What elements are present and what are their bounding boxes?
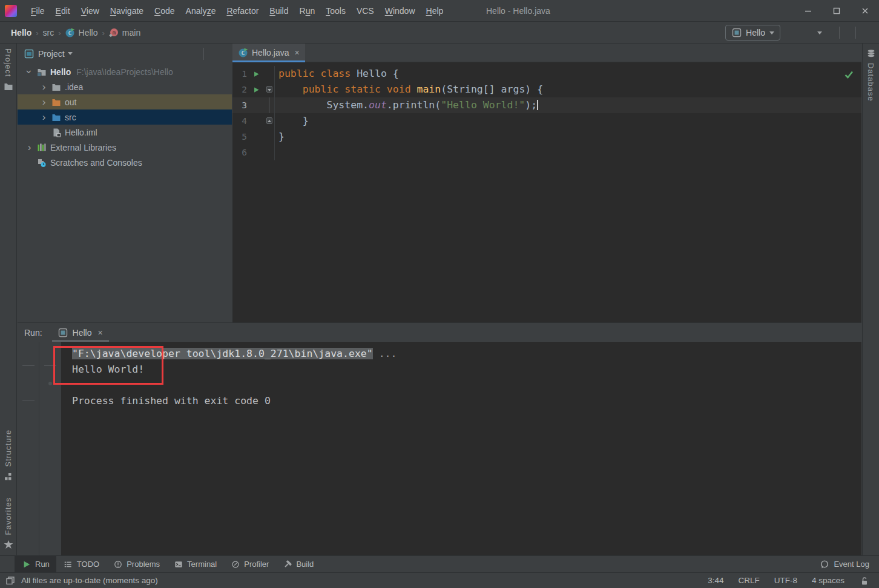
fold-marker-icon[interactable] [266,117,272,124]
printer-button[interactable] [49,392,51,394]
run-config-combo[interactable]: Hello [725,25,780,41]
menu-analyze[interactable]: Analyze [180,0,222,22]
menu-run[interactable]: Run [294,0,321,22]
profiler-button[interactable] [814,30,823,36]
project-dropdown-caret-icon[interactable] [68,52,73,55]
tree-chevron-icon[interactable]: › [37,110,51,124]
tree-chevron-icon[interactable]: › [37,95,51,109]
menu-navigate[interactable]: Navigate [105,0,149,22]
code-text[interactable]: } [278,113,309,129]
console-line[interactable]: "F:\java\developer tool\jdk1.8.0_271\bin… [72,346,861,362]
menu-edit[interactable]: Edit [50,0,76,22]
status-4-spaces[interactable]: 4 spaces [812,576,844,585]
trash-button[interactable] [49,401,51,403]
breadcrumb-hello[interactable]: Hello [11,28,31,38]
debug-button[interactable] [796,31,798,34]
run-tab-close-icon[interactable]: × [97,328,102,338]
rerun-button[interactable] [27,347,30,350]
fold-marker-icon[interactable] [266,86,272,93]
coverage-button[interactable] [805,31,808,34]
search-button[interactable] [872,31,874,34]
minimize-button[interactable] [794,0,822,22]
gear-button[interactable] [212,53,214,55]
tool-window-button-run[interactable]: Run [15,556,56,572]
menu-tools[interactable]: Tools [320,0,351,22]
editor-tab-hello-java[interactable]: C Hello.java × [232,44,305,62]
tree-chevron-icon[interactable]: › [22,140,36,154]
status-utf-8[interactable]: UTF-8 [774,576,797,585]
tool-strip-favorites[interactable]: Favorites [3,497,13,549]
tree-chevron-icon[interactable]: › [22,65,36,79]
hide-button[interactable] [222,53,225,55]
code-line-4[interactable]: 4 } [232,113,861,129]
pin-button[interactable] [27,407,30,410]
code-line-1[interactable]: 1public class Hello { [232,66,861,82]
breadcrumb-main[interactable]: mmain [109,28,140,38]
menu-view[interactable]: View [76,0,105,22]
gear-button[interactable] [839,332,841,334]
menu-help[interactable]: Help [421,0,449,22]
project-structure-button[interactable] [846,31,849,34]
maximize-button[interactable] [822,0,851,22]
layout-button[interactable] [27,391,30,393]
code-text[interactable]: System.out.println("Hello World!"); [278,97,538,113]
tool-window-button-todo[interactable]: TODO [56,556,106,572]
tool-window-button-problems[interactable]: Problems [106,556,166,572]
event-log-button[interactable]: Event Log [819,559,869,569]
tool-strip-database[interactable]: Database [866,48,876,102]
tool-window-button-profiler[interactable]: Profiler [223,556,275,572]
locate-button[interactable] [173,53,175,55]
tree-item-hello-iml[interactable]: Hello.iml [18,125,232,140]
console-line[interactable]: Process finished with exit code 0 [72,393,861,409]
tree-item-scratches-and-consoles[interactable]: Scratches and Consoles [18,155,232,170]
tree-item--idea[interactable]: ›.idea [18,79,232,94]
tool-strip-structure[interactable]: Structure [3,430,13,482]
code-text[interactable]: public static void main(String[] args) { [278,82,543,97]
tree-chevron-icon[interactable]: › [37,80,51,94]
status-window-icon[interactable] [5,575,15,586]
console-line[interactable]: Hello World! [72,362,861,377]
run-anything-button[interactable] [863,31,865,34]
tree-item-src[interactable]: ›src [18,109,232,125]
code-text[interactable]: public class Hello { [278,66,399,82]
code-line-6[interactable]: 6 [232,145,861,160]
tree-item-out[interactable]: ›out [18,94,232,109]
menu-build[interactable]: Build [264,0,294,22]
code-text[interactable]: } [278,129,285,145]
tab-close-icon[interactable]: × [294,48,299,57]
collapse-all-button[interactable] [193,53,196,55]
menu-vcs[interactable]: VCS [351,0,380,22]
scroll-end-button[interactable] [48,382,52,385]
menu-code[interactable]: Code [149,0,180,22]
menu-window[interactable]: Window [380,0,421,22]
hammer-button[interactable] [716,31,719,34]
tool-strip-project[interactable]: Project [3,48,13,91]
tool-window-button-terminal[interactable]: Terminal [166,556,223,572]
code-line-2[interactable]: 2 public static void main(String[] args)… [232,82,861,97]
inspections-ok-icon[interactable] [843,69,854,79]
unlock-icon[interactable] [859,575,869,586]
code-line-5[interactable]: 5} [232,129,861,145]
menu-refactor[interactable]: Refactor [221,0,264,22]
status-3-44[interactable]: 3:44 [708,576,723,585]
tree-item-external-libraries[interactable]: ›External Libraries [18,140,232,155]
code-editor[interactable]: 1public class Hello {2 public static voi… [232,62,861,160]
run-console[interactable]: "F:\java\developer tool\jdk1.8.0_271\bin… [61,342,861,555]
console-line[interactable] [72,377,861,393]
run-line-icon[interactable] [247,82,265,97]
restart-debug-button[interactable] [27,382,30,384]
run-tab-hello[interactable]: Hello × [52,323,109,342]
status-crlf[interactable]: CRLF [738,576,759,585]
hide-button[interactable] [851,332,853,334]
run-line-icon[interactable] [247,66,265,82]
tree-item-hello[interactable]: ›HelloF:\java\IdeaProjects\Hello [18,64,232,79]
wrench-button[interactable] [27,356,30,359]
run-button[interactable] [787,31,789,34]
softwrap-button[interactable] [49,373,51,375]
code-line-3[interactable]: 3 System.out.println("Hello World!"); [232,97,861,113]
down-button[interactable] [49,356,51,359]
breadcrumb-src[interactable]: src [43,28,54,38]
expand-all-button[interactable] [183,53,185,55]
menu-file[interactable]: File [25,0,50,22]
stop-button[interactable] [830,31,832,34]
